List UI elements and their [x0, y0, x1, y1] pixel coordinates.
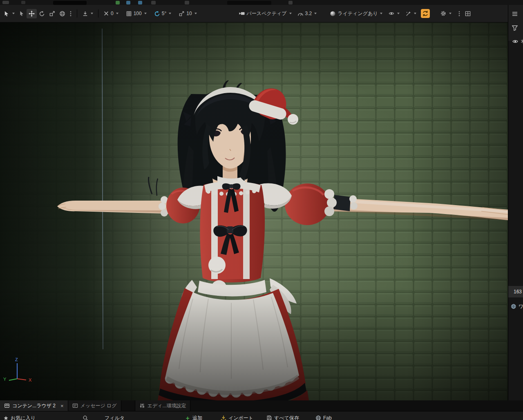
cutoff-blue-icon[interactable] [138, 1, 142, 4]
move-tool-button[interactable] [27, 9, 37, 18]
cycle-transform-button[interactable] [421, 9, 430, 18]
eye-icon [388, 11, 395, 16]
arrow-icon [19, 11, 25, 16]
move-icon [29, 11, 35, 17]
world-row-label: ワ [519, 303, 523, 310]
cutoff-play-controls[interactable] [227, 1, 271, 5]
toolbar-separator [77, 9, 77, 18]
scale-tool-button[interactable] [47, 9, 57, 18]
translate-snap-value: 0 [111, 11, 114, 16]
filter-button[interactable]: フィルタ [105, 413, 125, 420]
view-mode-dropdown[interactable]: ライティングあり [328, 9, 384, 19]
outliner-world-row[interactable]: ワ [508, 301, 523, 312]
cutoff-toolbar-icon[interactable] [151, 1, 156, 4]
cutoff-green-icon[interactable] [116, 1, 120, 4]
kebab-menu-icon [458, 11, 460, 17]
save-all-label: すべて保存 [274, 415, 299, 420]
grid-snap-dropdown[interactable]: 100 [124, 9, 149, 18]
cutoff-blue-icon[interactable] [126, 1, 130, 4]
chevron-down-icon [449, 13, 451, 14]
favorites-label: お気に入り [11, 415, 36, 420]
tab-label: エディ...環境設定 [148, 402, 186, 409]
chevron-down-icon [414, 13, 416, 14]
scale-icon [49, 11, 55, 17]
save-all-button[interactable]: すべて保存 [266, 413, 299, 420]
tab-label: メッセージ ログ [80, 402, 117, 409]
chevron-down-icon [397, 13, 400, 14]
cutoff-toolbar-icon[interactable] [21, 1, 25, 4]
rotate-tool-button[interactable] [37, 9, 47, 18]
translate-snap-icon [103, 11, 109, 16]
effects-dropdown[interactable] [403, 9, 418, 18]
kebab-menu-icon [69, 11, 72, 17]
import-label: インポート [228, 415, 253, 420]
globe-icon [59, 11, 65, 17]
level-viewport[interactable]: Z Y X [0, 22, 508, 400]
fab-globe-icon [315, 415, 321, 420]
rotation-snap-icon [154, 11, 160, 17]
cutoff-toolbar-icon[interactable] [185, 1, 189, 4]
bottom-tab-bar: コンテン...ラウザ 2 × メッセージ ログ エディ...環境設定 [0, 400, 523, 411]
content-browser-toolbar: お気に入り フィルタ ＋ 追加 インポート すべて保存 Fab [0, 411, 523, 420]
chevron-down-icon [289, 13, 292, 14]
axis-x-label: X [29, 378, 32, 382]
actor-snap-dropdown[interactable] [80, 9, 95, 18]
rotation-snap-dropdown[interactable]: 5° [152, 9, 173, 18]
fab-button[interactable]: Fab [315, 413, 332, 420]
camera-speed-value: 3.2 [305, 11, 312, 16]
toolbar-separator [98, 9, 98, 18]
select-tool-button[interactable] [17, 9, 27, 18]
add-button[interactable]: ＋ 追加 [185, 413, 202, 420]
save-icon [266, 415, 272, 420]
scale-snap-icon [179, 11, 185, 17]
scale-snap-value: 10 [186, 11, 192, 16]
tab-content-browser[interactable]: コンテン...ラウザ 2 × [0, 400, 68, 411]
chevron-down-icon [380, 13, 382, 14]
favorites-button[interactable]: お気に入り [3, 413, 36, 420]
viewport-settings-dropdown[interactable] [438, 9, 454, 18]
filter-funnel-icon[interactable] [512, 25, 518, 31]
perspective-label: パースペクティブ [247, 10, 287, 17]
chevron-down-icon [12, 13, 15, 14]
view-mode-label: ライティングあり [337, 10, 378, 17]
add-label: 追加 [192, 415, 202, 420]
grid-icon [126, 11, 132, 17]
cutoff-toolbar-icon[interactable] [288, 1, 293, 4]
rotation-snap-value: 5° [162, 11, 166, 16]
cutoff-toolbar-icon[interactable] [2, 1, 9, 4]
import-button[interactable]: インポート [221, 413, 253, 420]
viewport-layout-button[interactable] [463, 9, 473, 18]
world-globe-icon [511, 304, 516, 309]
grid-snap-value: 100 [134, 11, 142, 16]
import-arrow-icon [221, 415, 226, 420]
translate-snap-dropdown[interactable]: 0 [101, 9, 121, 18]
axis-z-label: Z [15, 357, 18, 362]
rotate-icon [39, 11, 45, 17]
camera-speed-dropdown[interactable]: 3.2 [295, 9, 319, 18]
tab-close-icon[interactable]: × [60, 403, 64, 409]
viewport-scene[interactable]: Z Y X [0, 22, 508, 400]
favorites-star-icon [3, 416, 9, 420]
chevron-down-icon [169, 13, 171, 14]
viewport-vignette [0, 22, 508, 400]
visibility-eye-icon[interactable] [512, 38, 519, 45]
camera-icon [239, 11, 245, 16]
outliner-panel-cutoff: 163 ワ [508, 5, 523, 400]
perspective-dropdown[interactable]: パースペクティブ [237, 9, 294, 19]
tab-label: コンテン...ラウザ 2 [12, 402, 56, 409]
chevron-down-icon [144, 13, 147, 14]
select-mode-dropdown[interactable] [2, 9, 17, 18]
search-button[interactable] [83, 413, 88, 420]
tab-editor-preferences[interactable]: エディ...環境設定 [135, 400, 191, 411]
transform-more-menu[interactable] [67, 9, 74, 18]
tab-message-log[interactable]: メッセージ ログ [68, 400, 121, 411]
world-coordinate-button[interactable] [57, 9, 67, 18]
viewport-more-menu[interactable] [456, 9, 463, 18]
search-icon [83, 415, 88, 420]
scale-snap-dropdown[interactable]: 10 [177, 9, 199, 18]
show-flags-dropdown[interactable] [386, 9, 402, 18]
cursor-icon [4, 11, 10, 17]
outliner-menu-icon[interactable] [512, 11, 518, 17]
cutoff-mode-dropdown[interactable] [53, 1, 87, 5]
star-icon[interactable] [520, 38, 523, 44]
